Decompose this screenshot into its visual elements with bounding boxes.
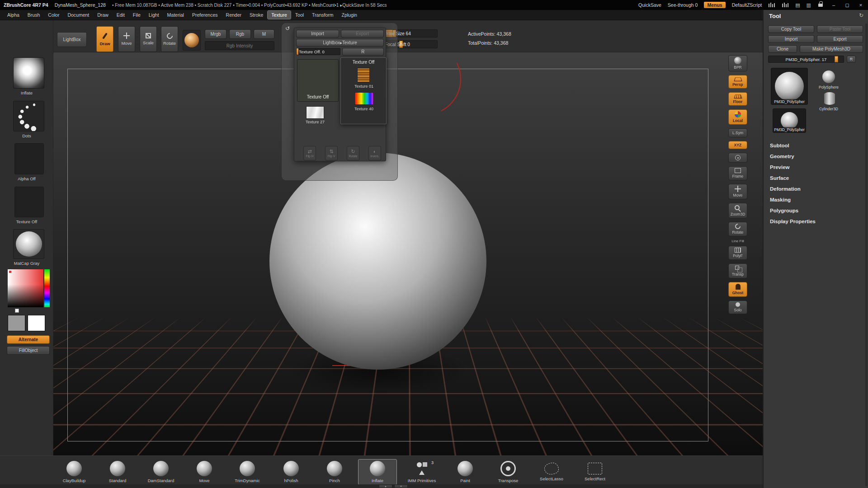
polyframe-button[interactable]: PolyF xyxy=(728,246,747,260)
clone-button[interactable]: Clone xyxy=(768,45,797,53)
menu-material[interactable]: Material xyxy=(164,11,188,19)
tray-selectrect[interactable]: SelectRect xyxy=(576,460,614,483)
tray-expand-tab[interactable]: ▲ xyxy=(379,484,392,488)
section-deformation[interactable]: Deformation xyxy=(764,183,868,194)
restore-button[interactable]: ◻ xyxy=(844,2,851,8)
menu-preferences[interactable]: Preferences xyxy=(189,11,222,19)
mrgb-button[interactable]: Mrgb xyxy=(205,29,226,39)
tray-move[interactable]: Move xyxy=(185,460,223,484)
current-material-swatch[interactable] xyxy=(13,229,44,259)
texture-restore-button[interactable]: R xyxy=(342,48,384,56)
texture-select-slider[interactable]: Texture Off. 0 xyxy=(296,48,340,55)
make-polymesh3d-button[interactable]: Make PolyMesh3D xyxy=(800,45,863,53)
menu-brush[interactable]: Brush xyxy=(24,11,43,19)
menu-texture[interactable]: Texture xyxy=(268,11,290,19)
scale-mode-button[interactable]: Scale xyxy=(140,26,157,52)
tray-hpolish[interactable]: hPolish xyxy=(272,460,310,484)
menu-document[interactable]: Document xyxy=(64,11,93,19)
tool-import-button[interactable]: Import xyxy=(768,35,814,43)
color-picker-square[interactable] xyxy=(8,269,43,307)
menu-tool[interactable]: Tool xyxy=(292,11,307,19)
tray-imm-primitives[interactable]: 3 IMM Primitives xyxy=(403,460,441,484)
tray-pinch[interactable]: Pinch xyxy=(316,460,354,484)
menu-transform[interactable]: Transform xyxy=(308,11,337,19)
rgb-intensity-slider[interactable]: Rgb Intensity xyxy=(205,41,274,50)
copy-tool-button[interactable]: Copy Tool xyxy=(768,25,814,33)
current-material-thumbnail[interactable] xyxy=(183,30,201,51)
flip-h-button[interactable]: ⇄ Flip H xyxy=(303,146,316,160)
lightbox-button[interactable]: LightBox xyxy=(57,32,87,47)
rotate-texture-button[interactable]: ↻ Rotate xyxy=(347,146,359,160)
tool-panel-title[interactable]: Tool xyxy=(769,13,781,19)
keyboard-icon[interactable]: ▤ xyxy=(795,2,800,8)
zoom3d-button[interactable]: Zoom3D xyxy=(728,203,747,218)
minimize-button[interactable]: – xyxy=(830,2,837,8)
secondary-color-swatch[interactable] xyxy=(28,315,45,331)
see-through-slider[interactable]: See-through 0 xyxy=(668,2,698,8)
rotate-mode-button[interactable]: Rotate xyxy=(161,26,178,52)
quicksave-button[interactable]: QuickSave xyxy=(638,2,661,8)
menu-light[interactable]: Light xyxy=(145,11,163,19)
section-geometry[interactable]: Geometry xyxy=(764,151,868,162)
texture-40-thumbnail[interactable] xyxy=(354,92,373,105)
texture-27-thumbnail[interactable] xyxy=(306,106,324,119)
section-polygroups[interactable]: Polygroups xyxy=(764,205,868,216)
transp-button[interactable]: Transp xyxy=(728,263,747,278)
tool-select-slider[interactable]: PM3D_PolySpher. 17 xyxy=(768,56,844,63)
texture-01-thumbnail[interactable] xyxy=(357,68,370,82)
current-brush-thumbnail[interactable] xyxy=(13,57,44,89)
tray-collapse-tab[interactable]: ▼ xyxy=(394,484,408,488)
rgb-button[interactable]: Rgb xyxy=(229,29,251,39)
texture-flyout-title[interactable]: Texture Off xyxy=(341,58,386,65)
texture-import-button[interactable]: Import xyxy=(296,30,339,38)
cylinder3d-tool-thumbnail[interactable] xyxy=(822,91,837,106)
bpr-button[interactable]: BPR xyxy=(728,55,747,71)
polysphere-model[interactable] xyxy=(269,153,486,370)
default-zscript-button[interactable]: DefaultZScript xyxy=(732,2,762,8)
gyro-button[interactable] xyxy=(728,153,747,163)
tray-standard[interactable]: Standard xyxy=(99,460,137,484)
menu-reset-icon[interactable]: ↺ xyxy=(285,25,290,32)
tool-slider-handle[interactable] xyxy=(835,56,838,62)
floor-button[interactable]: Floor xyxy=(728,92,747,106)
polysphere-tool-thumbnail[interactable] xyxy=(821,70,837,84)
pm3d-history-thumbnail[interactable]: PM3D_PolySpher xyxy=(773,108,806,133)
sculpt-canvas[interactable] xyxy=(53,52,763,455)
section-masking[interactable]: Masking xyxy=(764,194,868,205)
menu-render[interactable]: Render xyxy=(222,11,245,19)
menu-color[interactable]: Color xyxy=(44,11,63,19)
mixer2-icon[interactable] xyxy=(782,3,789,8)
tray-trimdynamic[interactable]: TrimDynamic xyxy=(228,460,266,484)
frame-button[interactable]: Frame xyxy=(728,166,747,180)
current-texture-thumbnail[interactable] xyxy=(14,187,44,217)
tool-panel-scrollbar[interactable] xyxy=(865,23,868,486)
move-view-button[interactable]: Move xyxy=(728,184,747,199)
tray-selectlasso[interactable]: SelectLasso xyxy=(533,460,571,483)
rotate-view-button[interactable]: Rotate xyxy=(728,222,747,236)
persp-button[interactable]: Persp xyxy=(728,75,747,89)
m-button[interactable]: M xyxy=(254,29,274,39)
xyz-button[interactable]: XYZ xyxy=(728,141,747,149)
section-display-properties[interactable]: Display Properties xyxy=(764,216,868,227)
tray-claybuildup[interactable]: ClayBuildup xyxy=(55,460,93,484)
tool-restore-button[interactable]: R xyxy=(847,56,856,63)
tray-transpose[interactable]: Transpose xyxy=(489,460,527,484)
lightbox-texture-button[interactable]: Lightbox▸Texture xyxy=(296,39,384,47)
move-mode-button[interactable]: Move xyxy=(118,26,135,52)
tray-paint[interactable]: Paint xyxy=(446,460,484,484)
current-stroke-thumbnail[interactable] xyxy=(13,101,44,131)
main-color-swatch[interactable] xyxy=(8,315,25,331)
tablet-icon[interactable]: ▥ xyxy=(807,2,811,8)
flip-v-button[interactable]: ⇅ Flip V xyxy=(325,146,338,160)
tray-damstandard[interactable]: DamStandard xyxy=(142,460,180,484)
menu-draw[interactable]: Draw xyxy=(94,11,112,19)
lsym-button[interactable]: L.Sym xyxy=(728,128,747,137)
active-tool-thumbnail[interactable]: PM3D_PolySpher xyxy=(771,68,808,105)
alternate-button[interactable]: Alternate xyxy=(7,335,50,344)
section-preview[interactable]: Preview xyxy=(764,162,868,173)
close-button[interactable]: × xyxy=(857,2,864,8)
hue-strip[interactable] xyxy=(44,269,50,307)
section-subtool[interactable]: Subtool xyxy=(764,140,868,151)
lock-icon[interactable] xyxy=(818,4,823,7)
menu-alpha[interactable]: Alpha xyxy=(4,11,23,19)
